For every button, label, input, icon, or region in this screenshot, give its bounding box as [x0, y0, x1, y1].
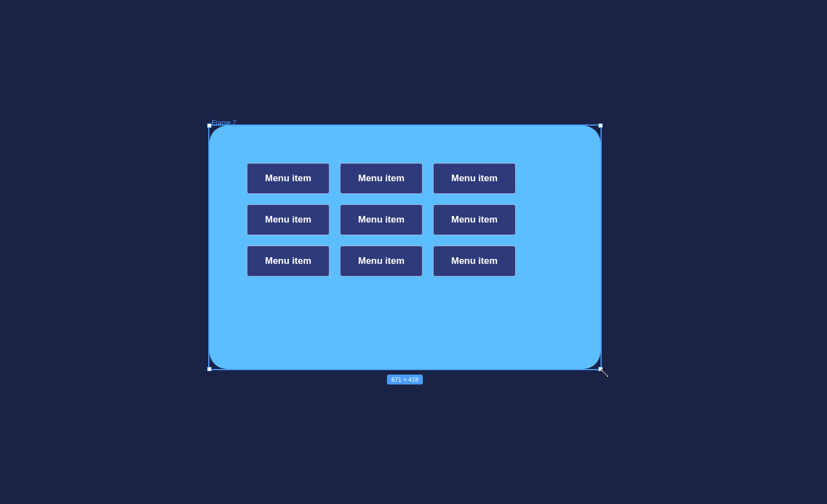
menu-item[interactable]: Menu item	[433, 204, 516, 235]
menu-item[interactable]: Menu item	[340, 163, 423, 194]
menu-item-label: Menu item	[451, 173, 498, 184]
resize-cursor-icon	[600, 368, 610, 381]
menu-item-label: Menu item	[358, 173, 404, 184]
menu-item-label: Menu item	[265, 256, 311, 267]
menu-item[interactable]: Menu item	[433, 163, 516, 194]
frame-2[interactable]: Menu item Menu item Menu item Menu item …	[209, 126, 601, 369]
menu-item[interactable]: Menu item	[247, 246, 329, 277]
menu-item[interactable]: Menu item	[433, 246, 516, 277]
menu-item-label: Menu item	[358, 256, 404, 267]
menu-grid: Menu item Menu item Menu item Menu item …	[247, 163, 563, 277]
dimensions-badge: 671 × 418	[387, 375, 423, 384]
menu-item-label: Menu item	[358, 214, 404, 225]
menu-item-label: Menu item	[451, 256, 498, 267]
design-canvas[interactable]: Frame 2 Menu item Menu item Menu item Me…	[0, 0, 827, 504]
menu-item-label: Menu item	[265, 173, 311, 184]
menu-item[interactable]: Menu item	[247, 163, 329, 194]
menu-item-label: Menu item	[265, 214, 311, 225]
frame-wrapper: Menu item Menu item Menu item Menu item …	[209, 126, 601, 369]
menu-item[interactable]: Menu item	[247, 204, 329, 235]
menu-item[interactable]: Menu item	[340, 246, 423, 277]
menu-item[interactable]: Menu item	[340, 204, 423, 235]
svg-line-0	[603, 371, 608, 376]
svg-line-1	[603, 371, 608, 376]
menu-item-label: Menu item	[451, 214, 498, 225]
